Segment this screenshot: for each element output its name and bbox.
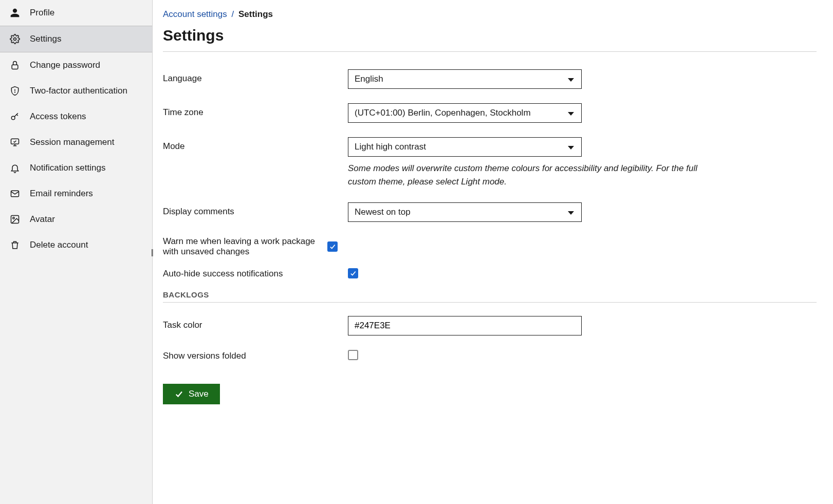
lock-icon <box>9 60 21 71</box>
mode-select-value: Light high contrast <box>355 142 426 152</box>
form-row-warn-unsaved: Warn me when leaving a work package with… <box>163 236 817 257</box>
title-divider <box>163 51 817 52</box>
sidebar-item-label: Avatar <box>30 214 55 225</box>
language-select[interactable]: English <box>348 69 582 89</box>
versions-folded-label: Show versions folded <box>163 351 348 361</box>
form-row-display-comments: Display comments Newest on top <box>163 202 817 222</box>
auto-hide-checkbox[interactable] <box>348 268 358 278</box>
sidebar-item-label: Notification settings <box>30 163 105 173</box>
sidebar-item-label: Profile <box>30 8 54 18</box>
shield-icon <box>9 85 21 97</box>
backlogs-heading: BACKLOGS <box>163 290 817 299</box>
sidebar-item-notification-settings[interactable]: Notification settings <box>0 155 152 181</box>
svg-point-0 <box>14 38 16 41</box>
svg-point-3 <box>15 92 15 92</box>
form-row-mode: Mode Light high contrast Some modes will… <box>163 137 817 188</box>
person-icon <box>9 7 21 18</box>
gear-icon <box>9 33 21 45</box>
main-content: Account settings / Settings Settings Lan… <box>153 0 833 504</box>
task-color-input[interactable] <box>348 316 582 335</box>
sidebar-item-label: Delete account <box>30 240 88 250</box>
language-select-value: English <box>355 74 383 84</box>
sidebar-item-profile[interactable]: Profile <box>0 0 152 26</box>
svg-point-4 <box>11 116 15 120</box>
backlogs-divider <box>163 302 817 303</box>
sidebar-item-delete-account[interactable]: Delete account <box>0 232 152 258</box>
check-icon <box>349 270 357 277</box>
sidebar-item-label: Two-factor authentication <box>30 86 127 96</box>
language-label: Language <box>163 69 348 84</box>
display-comments-select[interactable]: Newest on top <box>348 202 582 222</box>
page-title: Settings <box>163 27 817 44</box>
sidebar-item-session-management[interactable]: Session management <box>0 129 152 155</box>
key-icon <box>9 111 21 122</box>
save-button[interactable]: Save <box>163 384 220 404</box>
sidebar-item-label: Access tokens <box>30 111 86 122</box>
auto-hide-label: Auto-hide success notifications <box>163 269 348 279</box>
warn-unsaved-checkbox[interactable] <box>327 241 338 252</box>
svg-rect-1 <box>12 65 18 69</box>
form-row-timezone: Time zone (UTC+01:00) Berlin, Copenhagen… <box>163 103 817 123</box>
sidebar-item-change-password[interactable]: Change password <box>0 52 152 78</box>
timezone-label: Time zone <box>163 103 348 118</box>
trash-icon <box>9 239 21 251</box>
sidebar-item-label: Settings <box>30 34 61 44</box>
sidebar-item-label: Change password <box>30 60 100 70</box>
breadcrumb: Account settings / Settings <box>163 9 817 20</box>
sidebar-collapse-handle[interactable]: || <box>151 248 153 256</box>
timezone-select[interactable]: (UTC+01:00) Berlin, Copenhagen, Stockhol… <box>348 103 582 123</box>
sidebar-item-email-reminders[interactable]: Email reminders <box>0 181 152 207</box>
display-comments-label: Display comments <box>163 202 348 217</box>
sidebar-item-label: Email reminders <box>30 189 93 199</box>
sidebar-item-avatar[interactable]: Avatar <box>0 207 152 232</box>
bell-icon <box>9 162 21 174</box>
breadcrumb-current: Settings <box>238 9 273 19</box>
form-row-versions-folded: Show versions folded <box>163 350 817 362</box>
breadcrumb-separator: / <box>231 9 234 19</box>
sidebar-item-settings[interactable]: Settings <box>0 26 152 52</box>
breadcrumb-parent-link[interactable]: Account settings <box>163 9 227 19</box>
sidebar-item-two-factor[interactable]: Two-factor authentication <box>0 78 152 104</box>
image-icon <box>9 214 21 225</box>
check-icon <box>174 389 183 399</box>
sidebar-item-access-tokens[interactable]: Access tokens <box>0 104 152 129</box>
timezone-select-value: (UTC+01:00) Berlin, Copenhagen, Stockhol… <box>355 108 531 118</box>
mail-icon <box>9 188 21 199</box>
form-row-auto-hide: Auto-hide success notifications <box>163 268 817 279</box>
versions-folded-checkbox[interactable] <box>348 350 358 360</box>
warn-unsaved-label: Warn me when leaving a work package with… <box>163 236 327 257</box>
save-button-label: Save <box>189 389 209 399</box>
mode-hint: Some modes will overwrite custom theme c… <box>348 162 710 188</box>
monitor-icon <box>9 137 21 148</box>
display-comments-select-value: Newest on top <box>355 207 411 217</box>
mode-label: Mode <box>163 137 348 152</box>
mode-select[interactable]: Light high contrast <box>348 137 582 157</box>
svg-point-8 <box>13 217 14 219</box>
form-row-language: Language English <box>163 69 817 89</box>
check-icon <box>329 243 336 250</box>
form-row-task-color: Task color <box>163 316 817 335</box>
sidebar-item-label: Session management <box>30 137 114 147</box>
task-color-label: Task color <box>163 316 348 330</box>
sidebar: Profile Settings Change password Two-fac… <box>0 0 153 504</box>
